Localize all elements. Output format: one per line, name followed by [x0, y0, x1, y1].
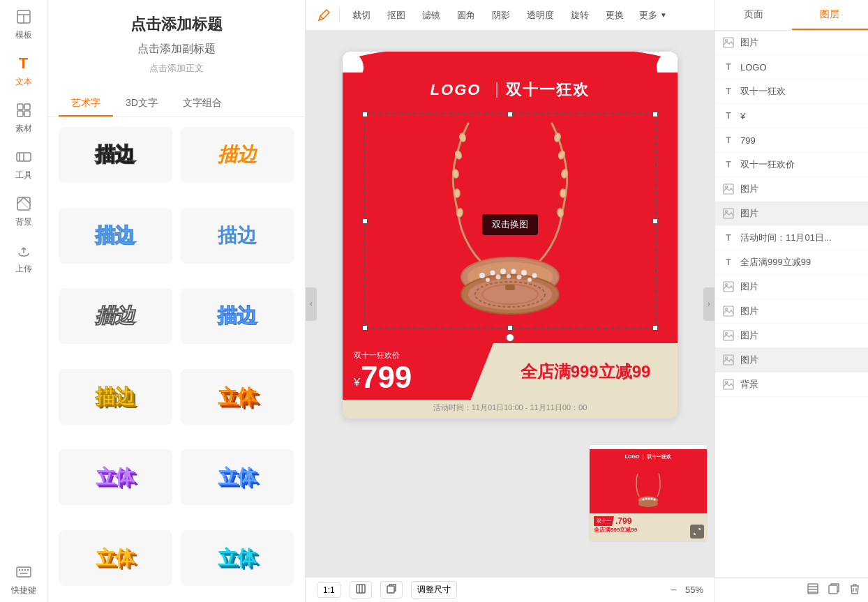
svg-point-63: [726, 211, 728, 213]
layer-image-icon-6: [722, 329, 735, 342]
art-style-3d-purple[interactable]: 立体: [59, 449, 172, 505]
price-value: 799: [361, 362, 412, 393]
svg-point-42: [517, 275, 522, 280]
layer-item-img3[interactable]: 图片: [715, 202, 868, 226]
layer-label-img4: 图片: [740, 280, 758, 293]
art-style-stroke-black[interactable]: 描边: [59, 127, 172, 183]
mini-card-top: LOGO ｜ 双十一狂欢: [590, 449, 707, 465]
layer-item-bg[interactable]: 背景: [715, 373, 868, 397]
layer-item-img1[interactable]: 图片: [715, 31, 868, 55]
tab-layer[interactable]: 图层: [792, 0, 869, 30]
handle-top-right[interactable]: [652, 112, 658, 117]
footer-delete-icon[interactable]: [848, 582, 861, 598]
footer-copy-icon[interactable]: [828, 582, 840, 598]
art-style-blue2[interactable]: 描边: [181, 288, 294, 344]
template-icon: [14, 7, 33, 27]
toolbar-opacity-btn[interactable]: 透明度: [520, 6, 561, 24]
canvas-collapse-left-btn[interactable]: ‹: [306, 287, 317, 321]
card-image-area[interactable]: 双击换图: [343, 106, 678, 343]
footer-layers-icon[interactable]: [807, 582, 819, 598]
text-body[interactable]: 点击添加正文: [61, 62, 291, 75]
layer-item-activity[interactable]: T 活动时间：11月01日...: [715, 226, 868, 250]
design-card[interactable]: LOGO 双十一狂欢 双击换图: [343, 52, 678, 419]
handle-mid-left[interactable]: [362, 218, 368, 224]
canvas-scroll[interactable]: ‹ LOGO 双十一狂欢: [306, 31, 714, 577]
layer-item-priceLabel[interactable]: T 双十一狂欢价: [715, 153, 868, 177]
layer-item-yen[interactable]: T ¥: [715, 104, 868, 128]
layer-label-title: 双十一狂欢: [740, 85, 786, 98]
art-style-3d-blue[interactable]: 立体: [181, 449, 294, 505]
layer-item-img7[interactable]: 图片: [715, 348, 868, 373]
toolbar-replace-btn[interactable]: 更换: [599, 6, 631, 24]
svg-line-18: [320, 16, 323, 19]
art-style-stroke-orange[interactable]: 描边: [181, 127, 294, 183]
sidebar-item-upload[interactable]: 上传: [0, 234, 47, 280]
layer-label-img5: 图片: [740, 305, 758, 317]
svg-rect-54: [357, 585, 365, 593]
layer-label-promo: 全店满999立减99: [740, 256, 811, 269]
sidebar-label-text: 文本: [15, 76, 32, 88]
svg-point-65: [726, 284, 728, 286]
sidebar-label-upload: 上传: [15, 263, 32, 275]
sidebar-item-material[interactable]: 素材: [0, 93, 47, 140]
handle-mid-right[interactable]: [652, 218, 658, 224]
layer-label-img6: 图片: [740, 329, 758, 342]
status-minus-icon[interactable]: −: [671, 584, 677, 596]
handle-bottom-right[interactable]: [652, 325, 658, 331]
handle-top-left[interactable]: [362, 112, 368, 117]
toolbar-pencil-icon: [314, 6, 334, 25]
art-style-blue-bold[interactable]: 描边: [181, 208, 294, 264]
toolbar-corner-btn[interactable]: 圆角: [450, 6, 482, 24]
toolbar-crop-btn[interactable]: 裁切: [345, 6, 377, 24]
sidebar-item-tools[interactable]: 工具: [0, 140, 47, 187]
svg-point-41: [507, 274, 511, 278]
handle-bottom-left[interactable]: [362, 325, 368, 331]
art-style-3d-yellow2[interactable]: 立体: [59, 530, 172, 586]
tab-text-combo[interactable]: 文字组合: [170, 91, 234, 116]
tab-page[interactable]: 页面: [715, 0, 792, 30]
layer-item-img6[interactable]: 图片: [715, 324, 868, 348]
layer-item-promo[interactable]: T 全店满999立减99: [715, 250, 868, 275]
status-copy-btn[interactable]: [380, 581, 403, 599]
status-adjust-btn[interactable]: 调整尺寸: [411, 581, 457, 599]
layer-item-img4[interactable]: 图片: [715, 275, 868, 299]
canvas-expand-right-btn[interactable]: ›: [703, 287, 714, 321]
status-ratio-btn[interactable]: 1:1: [317, 582, 341, 598]
art-style-blue-outline[interactable]: 描边: [59, 208, 172, 264]
card-logo-text: LOGO: [431, 81, 481, 99]
svg-point-27: [560, 189, 566, 197]
toolbar-shadow-btn[interactable]: 阴影: [485, 6, 517, 24]
layer-item-logo[interactable]: T LOGO: [715, 55, 868, 80]
layer-text-icon-promo: T: [722, 256, 735, 269]
art-style-3d-cyan[interactable]: 立体: [181, 530, 294, 586]
art-style-3d-yellow[interactable]: 描边: [59, 369, 172, 425]
toolbar-filter-btn[interactable]: 滤镜: [415, 6, 447, 24]
tools-icon: [14, 147, 33, 167]
layer-text-icon-title: T: [722, 85, 735, 98]
layer-text-icon-priceLabel: T: [722, 158, 735, 171]
art-style-dark-outline[interactable]: 描边: [59, 288, 172, 344]
handle-rotate[interactable]: [506, 333, 514, 342]
sidebar-item-background[interactable]: 背景: [0, 187, 47, 234]
toolbar-more-btn[interactable]: 更多 ▼: [634, 6, 673, 24]
layer-item-img5[interactable]: 图片: [715, 299, 868, 324]
art-style-3d-orange[interactable]: 立体: [181, 369, 294, 425]
toolbar-cutout-btn[interactable]: 抠图: [380, 6, 412, 24]
svg-point-32: [468, 279, 552, 310]
sidebar-item-text[interactable]: T 文本: [0, 47, 47, 93]
toolbar-rotate-btn[interactable]: 旋转: [564, 6, 596, 24]
sidebar-label-material: 素材: [15, 123, 32, 135]
layer-item-price[interactable]: T 799: [715, 128, 868, 153]
sidebar-item-shortcut[interactable]: 快捷键: [0, 555, 47, 602]
svg-point-51: [648, 497, 650, 499]
text-sub-title[interactable]: 点击添加副标题: [61, 42, 291, 57]
text-main-title[interactable]: 点击添加标题: [61, 14, 291, 35]
status-fit-btn[interactable]: [350, 581, 372, 599]
tab-art-text[interactable]: 艺术字: [59, 91, 113, 116]
layer-item-img2[interactable]: 图片: [715, 177, 868, 202]
price-yen-symbol: ¥: [354, 377, 360, 389]
layer-item-title[interactable]: T 双十一狂欢: [715, 80, 868, 104]
tab-3d-text[interactable]: 3D文字: [113, 91, 170, 116]
sidebar-item-template[interactable]: 模板: [0, 0, 47, 47]
thumbnail-expand-btn[interactable]: [690, 525, 704, 539]
